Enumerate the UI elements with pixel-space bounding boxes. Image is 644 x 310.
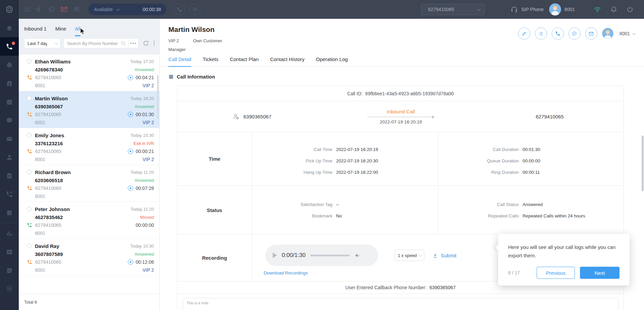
mail-blocked-icon[interactable] [60, 5, 68, 13]
tab-mine[interactable]: Mine [55, 19, 66, 40]
topbar: Available 00:00:38 6279410065 SIP Phone … [19, 0, 644, 19]
sidebar-item-chat[interactable] [0, 111, 19, 130]
play-recording-icon[interactable] [128, 112, 133, 117]
row-radio[interactable] [27, 133, 32, 138]
people-icon[interactable] [72, 5, 80, 13]
play-recording-icon[interactable] [128, 149, 133, 154]
tab-contact-plan[interactable]: Contact Plan [230, 56, 259, 66]
field-value: 00:00:00 [523, 158, 540, 164]
sidebar-item-knowledge[interactable] [0, 203, 19, 222]
sidebar-item-monitor[interactable] [0, 243, 19, 261]
tab-call-detail[interactable]: Call Detail [168, 56, 191, 66]
agent-status-dropdown[interactable]: Available 00:00:38 [89, 4, 166, 15]
volume-icon[interactable] [355, 252, 361, 259]
player-progress-bar[interactable] [310, 255, 350, 256]
tab-inbound[interactable]: Inbound 1 [24, 19, 47, 40]
sidebar-item-reports[interactable] [0, 224, 19, 243]
sidebar-item-fax[interactable] [0, 56, 19, 74]
chevron-down-icon [419, 253, 422, 257]
agent-extension: 8001 [35, 120, 45, 125]
call-log-row[interactable]: David RayToday 10:30 3607807589Answered … [19, 239, 159, 276]
row-radio[interactable] [27, 170, 32, 174]
row-radio[interactable] [27, 207, 32, 211]
tab-operation-log[interactable]: Operation Log [316, 56, 348, 66]
caller-name: Emily Jones [35, 133, 64, 138]
field-value: Repeated Calls within 24 hours [523, 213, 585, 219]
app-logo[interactable] [0, 0, 19, 19]
sidebar-item-calls[interactable] [0, 37, 19, 56]
call-log-row[interactable]: Emily JonesToday 15:30 3376123216Exit in… [19, 128, 159, 165]
edit-contact-button[interactable] [518, 28, 530, 40]
caller-id-value: 6279410065 [428, 7, 454, 12]
line-number: 6279410065 [35, 186, 61, 191]
inbound-call-icon [27, 259, 32, 265]
call-log-row[interactable]: Ethan WilliamsToday 17:20 4269678340Answ… [19, 54, 159, 91]
email-contact-button[interactable] [585, 28, 597, 40]
sidebar-item-home[interactable] [0, 19, 19, 37]
call-log-row[interactable]: Richard BrownToday 11:20 6203606518Answe… [19, 165, 159, 202]
user-avatar[interactable] [549, 3, 561, 15]
vip-badge: VIP 2 [143, 157, 154, 162]
outbound-call-icon [27, 222, 32, 228]
tab-tickets[interactable]: Tickets [203, 56, 218, 66]
call-log-row[interactable]: Peter JohnsonToday 11:20 4627835462Misse… [19, 202, 159, 239]
sidebar-item-contacts[interactable] [0, 148, 19, 166]
caller-id-select[interactable]: 6279410065 [421, 4, 485, 15]
kebab-menu-icon[interactable] [152, 41, 156, 46]
speaker-icon[interactable] [35, 5, 43, 13]
call-queue-icon[interactable] [23, 5, 31, 13]
row-radio[interactable] [27, 59, 32, 64]
row-radio[interactable] [27, 244, 32, 248]
call-log-row-selected[interactable]: Martin WilsonToday 16:20 6390365067Answe… [19, 91, 159, 128]
ellipsis-icon [130, 43, 136, 44]
agent-avatar[interactable] [602, 28, 613, 39]
message-contact-button[interactable] [569, 28, 581, 40]
play-icon[interactable] [273, 253, 277, 258]
more-filters-button[interactable] [128, 38, 138, 48]
contact-details-button[interactable] [535, 28, 547, 40]
search-icon[interactable] [120, 41, 126, 46]
page-scrollbar-thumb[interactable] [642, 136, 644, 191]
wifi-icon [593, 5, 602, 14]
previous-button[interactable]: Previous [537, 267, 575, 279]
sidebar-item-notes[interactable] [0, 261, 19, 279]
sidebar-item-calendar[interactable] [0, 93, 19, 111]
play-recording-icon[interactable] [128, 75, 133, 80]
dial-button[interactable] [174, 4, 185, 15]
call-duration: 00:00:21 [136, 149, 154, 154]
call-time: Today 17:20 [130, 59, 154, 64]
refresh-icon[interactable] [143, 40, 149, 47]
time-section-label: Time [177, 132, 252, 186]
sidebar-item-payments[interactable] [0, 74, 19, 93]
phone-type-indicator: SIP Phone [510, 5, 544, 13]
status-section-label: Status [177, 186, 252, 234]
power-icon[interactable] [626, 5, 634, 13]
playback-speed-select[interactable]: 1 x speed [395, 250, 424, 261]
play-recording-icon[interactable] [128, 186, 133, 191]
search-input[interactable] [64, 41, 120, 46]
row-radio[interactable] [27, 96, 32, 101]
play-recording-icon[interactable] [128, 259, 133, 265]
date-range-select[interactable]: Last 7 days [24, 38, 60, 48]
inbound-call-icon [27, 75, 32, 80]
note-textarea[interactable]: This is a note [183, 298, 618, 310]
caller-number: 4269678340 [35, 67, 63, 72]
sidebar-item-quality[interactable] [0, 279, 19, 298]
submit-recording-button[interactable]: Submit [432, 253, 457, 258]
tab-contact-history[interactable]: Contact History [270, 56, 305, 66]
field-label: Call Time [252, 146, 332, 153]
next-button[interactable]: Next [580, 267, 620, 279]
inbound-call-icon [27, 112, 32, 117]
assigned-agent-dropdown[interactable]: 8001 [620, 31, 635, 36]
call-contact-button[interactable] [552, 28, 564, 40]
sidebar-item-outbound-calls[interactable] [0, 185, 19, 203]
bell-icon[interactable] [610, 5, 618, 13]
sidebar-item-mail[interactable] [0, 130, 19, 148]
chat-dots-icon[interactable] [48, 5, 56, 13]
internal-chat-button[interactable] [189, 4, 201, 15]
sidebar-item-tasks[interactable] [0, 166, 19, 185]
tab-all[interactable]: All [75, 19, 80, 40]
audio-player: 0:00/1:30 [265, 245, 378, 266]
field-value: -- [336, 201, 339, 208]
list-scrollbar-thumb[interactable] [157, 75, 159, 119]
